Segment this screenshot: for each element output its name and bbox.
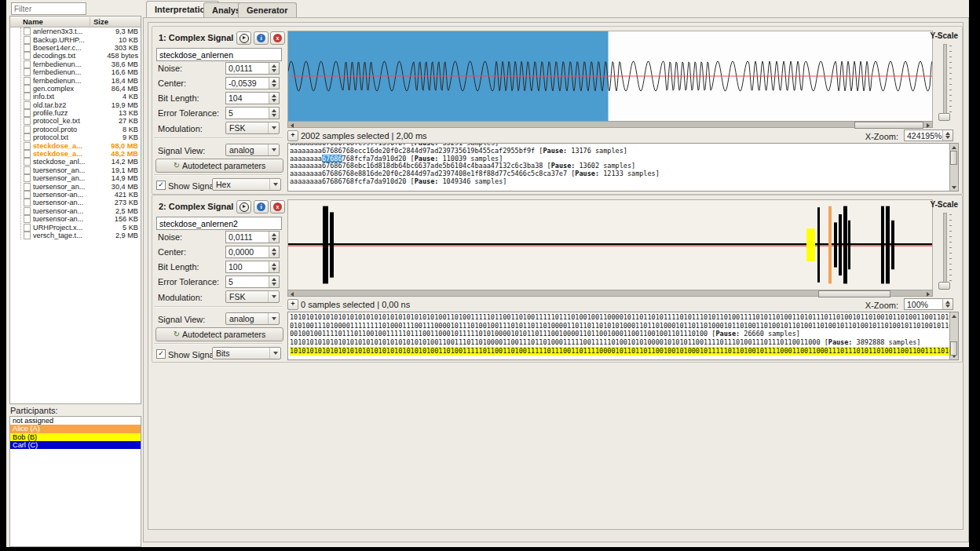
scroll-left-arrow-icon[interactable] [289, 291, 295, 297]
spin-up-icon[interactable] [272, 248, 276, 251]
play-signal-button[interactable] [236, 200, 251, 213]
scroll-down-arrow-icon[interactable] [951, 184, 956, 190]
spin-up-icon[interactable] [272, 94, 276, 97]
textarea-vscrollbar[interactable] [949, 312, 958, 359]
file-row[interactable]: tuersensor_an...30,4 MB [10, 182, 141, 190]
file-row[interactable]: gen.complex86,4 MB [10, 85, 141, 93]
scroll-up-arrow-icon[interactable] [951, 144, 956, 150]
field-spinbox[interactable]: 100 [225, 261, 280, 273]
participant-row[interactable]: Alice (A) [10, 425, 141, 432]
file-row[interactable]: versch_tage.t...2,9 MB [10, 232, 141, 239]
scroll-up-arrow-icon[interactable] [951, 313, 956, 319]
y-scale-slider-handle[interactable] [938, 113, 950, 121]
autodetect-parameters-button[interactable]: ↻Autodetect parameters [155, 159, 283, 173]
tab-generator[interactable]: Generator [238, 2, 297, 17]
y-scale-slider-groove[interactable] [943, 213, 947, 285]
protocol-line[interactable]: 1010101010101010101010101010101010101001… [290, 313, 949, 322]
file-row[interactable]: tuersensor-an...273 KB [10, 199, 141, 206]
scrollbar-thumb[interactable] [950, 341, 957, 356]
expand-protocol-button[interactable]: + [287, 130, 298, 141]
scrollbar-thumb[interactable] [818, 290, 890, 297]
file-row[interactable]: Backup.URHP...10 KB [10, 35, 141, 43]
spinbox-arrows[interactable] [942, 299, 953, 309]
y-scale-slider-handle[interactable] [938, 282, 950, 290]
spin-up-icon[interactable] [945, 132, 950, 135]
x-zoom-spinbox[interactable]: 100% [904, 298, 953, 310]
field-spinbox[interactable]: 104 [225, 92, 280, 104]
spin-down-icon[interactable] [272, 84, 276, 87]
file-row[interactable]: URHProject.x...5 KB [10, 223, 141, 231]
signal-name-field[interactable] [156, 48, 282, 61]
spinbox-arrows[interactable] [269, 232, 279, 243]
file-row[interactable]: old.tar.bz219,9 MB [10, 101, 141, 109]
spin-down-icon[interactable] [945, 136, 950, 139]
spin-down-icon[interactable] [272, 268, 276, 271]
signal-name-field[interactable] [156, 217, 282, 230]
column-header-name[interactable]: Name [10, 17, 90, 26]
signal-view-combobox[interactable]: analog [225, 144, 280, 156]
modulation-combobox[interactable]: FSK [225, 122, 280, 134]
plot-hscrollbar[interactable] [287, 290, 933, 297]
file-row[interactable]: steckdose_a...98,0 MB [10, 141, 141, 149]
scroll-right-arrow-icon[interactable] [925, 122, 931, 128]
file-row[interactable]: tuersensor-an...2,5 MB [10, 207, 141, 215]
field-spinbox[interactable]: 0,0000 [225, 246, 280, 258]
spinbox-arrows[interactable] [269, 108, 279, 119]
file-row[interactable]: info.txt4 KB [10, 93, 141, 100]
signal-info-button[interactable]: i [254, 31, 269, 45]
file-row[interactable]: tuersensor_an...19,1 MB [10, 166, 141, 174]
signal-info-button[interactable]: i [254, 200, 269, 213]
play-signal-button[interactable] [236, 31, 251, 45]
file-row[interactable]: tuersensor_an...14,9 MB [10, 174, 141, 182]
spin-down-icon[interactable] [945, 305, 950, 308]
textarea-vscrollbar[interactable] [949, 144, 958, 191]
spin-up-icon[interactable] [272, 263, 276, 266]
signal-plot[interactable] [287, 199, 933, 290]
spin-down-icon[interactable] [272, 253, 276, 256]
modulation-combobox[interactable]: FSK [225, 290, 280, 303]
show-signal-checkbox[interactable]: ✓ [156, 181, 166, 190]
signal-plot[interactable] [287, 31, 933, 122]
spin-down-icon[interactable] [272, 99, 276, 102]
spinbox-arrows[interactable] [942, 130, 953, 140]
file-row[interactable]: fernbedienun...38,6 MB [10, 60, 141, 68]
field-spinbox[interactable]: -0,0539 [225, 77, 280, 89]
spin-up-icon[interactable] [272, 109, 276, 112]
spin-down-icon[interactable] [272, 69, 276, 72]
file-row[interactable]: Boeser14er.c...303 KB [10, 44, 141, 52]
file-row[interactable]: protocol.proto8 KB [10, 126, 141, 133]
spinbox-arrows[interactable] [269, 63, 279, 74]
spin-down-icon[interactable] [272, 114, 276, 117]
protocol-line[interactable]: aaaaaaaa67686768fcfa7da910d20 [Pause: 10… [290, 178, 949, 186]
spin-up-icon[interactable] [272, 278, 276, 281]
spinbox-arrows[interactable] [269, 261, 279, 272]
spin-down-icon[interactable] [272, 283, 276, 286]
participant-row[interactable]: Bob (B) [10, 433, 141, 441]
file-tree-header[interactable]: Name Size [10, 16, 141, 27]
autodetect-parameters-button[interactable]: ↻Autodetect parameters [155, 327, 283, 341]
field-spinbox[interactable]: 0,0111 [225, 231, 280, 243]
show-signal-checkbox[interactable]: ✓ [156, 349, 166, 359]
x-zoom-spinbox[interactable]: 424195% [904, 130, 953, 141]
column-header-size[interactable]: Size [90, 17, 141, 26]
protocol-line[interactable]: 1010101010101010101010101010101010100110… [290, 347, 949, 356]
y-scale-slider-groove[interactable] [943, 44, 947, 116]
file-row[interactable]: anlernen3x3.t...9,3 MB [10, 27, 141, 35]
spin-down-icon[interactable] [272, 238, 276, 241]
close-signal-button[interactable]: x [270, 200, 285, 213]
protocol-line[interactable]: 1010101010101010101010101010101010100110… [290, 338, 949, 347]
spinbox-arrows[interactable] [269, 246, 279, 257]
field-spinbox[interactable]: 0,0111 [225, 62, 280, 75]
spin-up-icon[interactable] [945, 301, 950, 304]
file-row[interactable]: protocol.txt9 KB [10, 133, 141, 141]
protocol-line[interactable]: 0101001110100001111111101000111001110000… [290, 322, 949, 330]
spinbox-arrows[interactable] [269, 78, 279, 89]
spin-up-icon[interactable] [272, 79, 276, 82]
show-signal-format-combobox[interactable]: Hex [212, 178, 281, 191]
scrollbar-thumb[interactable] [950, 151, 957, 165]
field-spinbox[interactable]: 5 [225, 107, 280, 119]
scroll-left-arrow-icon[interactable] [289, 122, 295, 128]
protocol-line[interactable]: 0010010011110111011001001111101110011000… [290, 330, 949, 338]
plot-hscrollbar[interactable] [287, 121, 933, 128]
spin-up-icon[interactable] [272, 233, 276, 236]
